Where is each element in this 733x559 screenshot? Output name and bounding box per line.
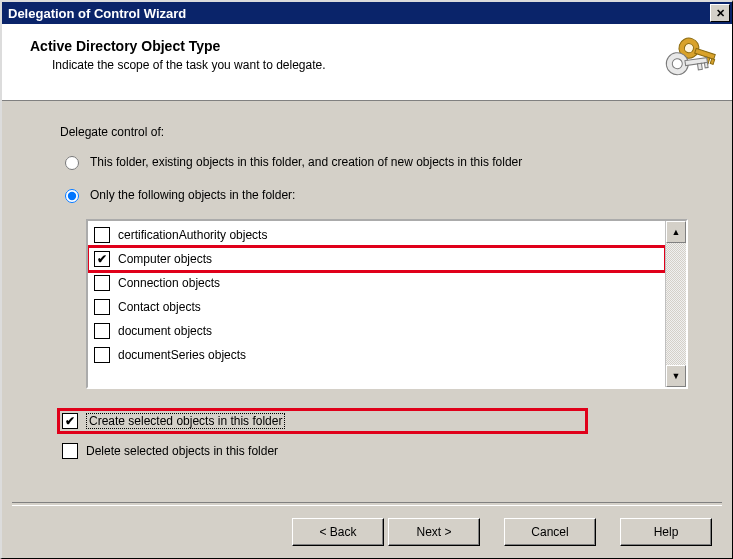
- delete-objects-checkbox[interactable]: [62, 443, 78, 459]
- list-item-label: Computer objects: [118, 252, 212, 266]
- wizard-body: Delegate control of: This folder, existi…: [2, 101, 732, 502]
- svg-rect-8: [698, 63, 703, 69]
- object-types-items: certificationAuthority objects✔Computer …: [88, 221, 665, 387]
- list-item-label: documentSeries objects: [118, 348, 246, 362]
- scroll-down-button[interactable]: ▼: [666, 365, 686, 387]
- keys-icon: [664, 34, 716, 86]
- svg-rect-9: [704, 63, 708, 68]
- delete-objects-option[interactable]: Delete selected objects in this folder: [60, 441, 688, 461]
- radio-this-folder-input[interactable]: [65, 156, 79, 170]
- list-item-checkbox[interactable]: ✔: [94, 251, 110, 267]
- back-button[interactable]: < Back: [292, 518, 384, 546]
- radio-only-following[interactable]: Only the following objects in the folder…: [60, 186, 688, 203]
- close-icon: ✕: [716, 8, 725, 19]
- list-item[interactable]: Contact objects: [88, 295, 665, 319]
- scroll-track[interactable]: [666, 243, 686, 365]
- close-button[interactable]: ✕: [710, 4, 730, 22]
- list-item[interactable]: document objects: [88, 319, 665, 343]
- list-item-checkbox[interactable]: [94, 299, 110, 315]
- list-item-label: certificationAuthority objects: [118, 228, 267, 242]
- wizard-footer: < Back Next > Cancel Help: [2, 506, 732, 558]
- object-types-listbox[interactable]: certificationAuthority objects✔Computer …: [86, 219, 688, 389]
- next-button[interactable]: Next >: [388, 518, 480, 546]
- list-item-checkbox[interactable]: [94, 323, 110, 339]
- delegation-wizard-window: Delegation of Control Wizard ✕ Active Di…: [0, 0, 733, 559]
- page-title: Active Directory Object Type: [30, 38, 326, 54]
- page-subtitle: Indicate the scope of the task you want …: [52, 58, 326, 72]
- list-item-label: document objects: [118, 324, 212, 338]
- svg-rect-7: [685, 58, 707, 66]
- list-item[interactable]: certificationAuthority objects: [88, 223, 665, 247]
- svg-rect-4: [710, 59, 714, 65]
- create-objects-label: Create selected objects in this folder: [86, 413, 285, 429]
- list-item[interactable]: ✔Computer objects: [88, 247, 665, 271]
- list-item[interactable]: Connection objects: [88, 271, 665, 295]
- delegate-prompt: Delegate control of:: [60, 125, 688, 139]
- radio-only-following-label: Only the following objects in the folder…: [90, 188, 295, 202]
- list-item[interactable]: documentSeries objects: [88, 343, 665, 367]
- chevron-down-icon: ▼: [672, 371, 681, 381]
- chevron-up-icon: ▲: [672, 227, 681, 237]
- list-item-checkbox[interactable]: [94, 275, 110, 291]
- listbox-scrollbar[interactable]: ▲ ▼: [665, 221, 686, 387]
- radio-only-following-input[interactable]: [65, 189, 79, 203]
- help-button[interactable]: Help: [620, 518, 712, 546]
- list-item-checkbox[interactable]: [94, 347, 110, 363]
- scroll-up-button[interactable]: ▲: [666, 221, 686, 243]
- window-title: Delegation of Control Wizard: [8, 6, 186, 21]
- radio-this-folder[interactable]: This folder, existing objects in this fo…: [60, 153, 688, 170]
- delete-objects-label: Delete selected objects in this folder: [86, 444, 278, 458]
- titlebar: Delegation of Control Wizard ✕: [2, 2, 732, 24]
- list-item-label: Connection objects: [118, 276, 220, 290]
- create-objects-option[interactable]: ✔ Create selected objects in this folder: [60, 411, 585, 431]
- object-types-area: certificationAuthority objects✔Computer …: [86, 219, 688, 389]
- wizard-header: Active Directory Object Type Indicate th…: [2, 24, 732, 101]
- list-item-checkbox[interactable]: [94, 227, 110, 243]
- list-item-label: Contact objects: [118, 300, 201, 314]
- radio-this-folder-label: This folder, existing objects in this fo…: [90, 155, 522, 169]
- cancel-button[interactable]: Cancel: [504, 518, 596, 546]
- create-objects-checkbox[interactable]: ✔: [62, 413, 78, 429]
